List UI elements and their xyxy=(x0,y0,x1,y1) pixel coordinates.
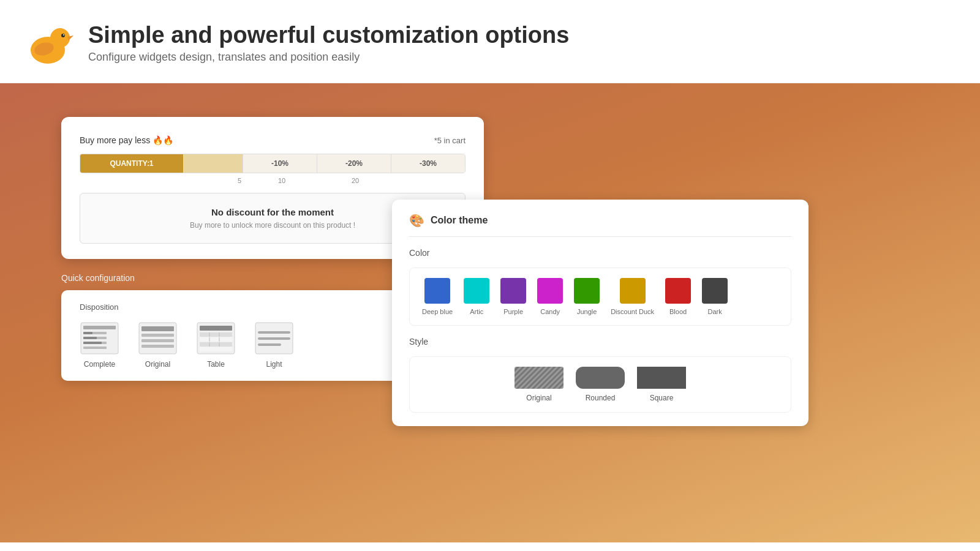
swatch-artic xyxy=(464,278,489,304)
complete-icon xyxy=(80,321,119,355)
svg-point-1 xyxy=(50,28,70,48)
style-original[interactable]: Original xyxy=(514,367,564,402)
svg-rect-11 xyxy=(83,337,97,339)
label-10: 10 xyxy=(245,177,318,184)
style-original-label: Original xyxy=(526,394,551,402)
color-name-deep-blue: Deep blue xyxy=(422,308,453,315)
disposition-card: Disposition Complete xyxy=(61,290,404,381)
svg-rect-16 xyxy=(141,326,174,331)
svg-rect-21 xyxy=(200,326,232,331)
svg-rect-35 xyxy=(258,343,281,346)
widget-header: Buy more pay less 🔥🔥 *5 in cart xyxy=(80,135,466,145)
style-square-icon xyxy=(637,367,686,389)
color-name-jungle: Jungle xyxy=(577,308,597,315)
swatch-purple xyxy=(500,278,526,304)
svg-point-4 xyxy=(61,34,65,37)
main-area: Buy more pay less 🔥🔥 *5 in cart QUANTITY… xyxy=(0,83,980,542)
discount-bar: QUANTITY:1 -10% -20% -30% xyxy=(80,154,466,173)
svg-rect-31 xyxy=(200,347,232,351)
disposition-options: Complete Original xyxy=(80,321,386,369)
segment-10: -10% xyxy=(243,154,317,173)
disposition-light[interactable]: Light xyxy=(254,321,294,369)
svg-rect-38 xyxy=(514,367,564,389)
table-icon xyxy=(196,321,236,355)
svg-rect-19 xyxy=(141,345,174,348)
svg-rect-39 xyxy=(576,367,625,389)
color-dark[interactable]: Dark xyxy=(702,278,728,315)
header-text: Simple and powerful customization option… xyxy=(88,22,569,64)
svg-rect-13 xyxy=(83,342,102,344)
svg-rect-34 xyxy=(258,337,290,340)
swatch-jungle xyxy=(574,278,600,304)
table-label: Table xyxy=(207,360,225,369)
svg-rect-18 xyxy=(141,339,174,342)
segment-20: -20% xyxy=(317,154,391,173)
swatch-deep-blue xyxy=(424,278,450,304)
segment-qty xyxy=(184,154,243,173)
color-name-blood: Blood xyxy=(669,308,687,315)
palette-icon: 🎨 xyxy=(409,213,424,228)
page-subtitle: Configure widgets design, translates and… xyxy=(88,51,569,64)
original-icon xyxy=(138,321,178,355)
style-options: Original Rounded Square xyxy=(409,356,791,413)
disposition-complete[interactable]: Complete xyxy=(80,321,119,369)
svg-rect-17 xyxy=(141,334,174,337)
disposition-label: Disposition xyxy=(80,302,386,312)
style-section-label: Style xyxy=(409,337,791,347)
svg-rect-22 xyxy=(200,332,232,337)
buy-more-label: Buy more pay less 🔥🔥 xyxy=(80,135,173,145)
svg-rect-33 xyxy=(258,331,290,334)
color-discount-duck[interactable]: Discount Duck xyxy=(611,278,654,315)
color-name-candy: Candy xyxy=(540,308,560,315)
style-square[interactable]: Square xyxy=(637,367,686,402)
original-label: Original xyxy=(145,360,170,369)
bar-labels: 5 10 20 xyxy=(80,177,466,190)
style-section: Style Original xyxy=(409,337,791,413)
svg-rect-14 xyxy=(83,347,107,349)
swatch-blood xyxy=(665,278,691,304)
light-label: Light xyxy=(266,360,282,369)
color-artic[interactable]: Artic xyxy=(464,278,489,315)
quick-config: Quick configuration Disposition xyxy=(61,273,404,381)
color-theme-title: Color theme xyxy=(431,215,488,226)
segment-quantity: QUANTITY:1 xyxy=(80,154,184,173)
quick-config-title: Quick configuration xyxy=(61,273,404,283)
svg-rect-25 xyxy=(200,337,232,342)
cart-info: *5 in cart xyxy=(434,136,466,145)
color-blood[interactable]: Blood xyxy=(665,278,691,315)
logo-duck-icon xyxy=(24,18,74,67)
color-options: Deep blue Artic Purple Candy Jungle xyxy=(409,268,791,326)
color-jungle[interactable]: Jungle xyxy=(574,278,600,315)
svg-point-5 xyxy=(63,34,64,36)
swatch-discount-duck xyxy=(620,278,646,304)
color-name-dark: Dark xyxy=(707,308,722,315)
page-header: Simple and powerful customization option… xyxy=(0,0,980,83)
color-theme-header: 🎨 Color theme xyxy=(409,213,791,237)
color-candy[interactable]: Candy xyxy=(537,278,563,315)
style-rounded[interactable]: Rounded xyxy=(576,367,625,402)
disposition-table[interactable]: Table xyxy=(196,321,236,369)
color-theme-card: 🎨 Color theme Color Deep blue Artic Purp… xyxy=(392,200,809,426)
light-icon xyxy=(254,321,294,355)
color-section-label: Color xyxy=(409,248,791,258)
color-name-artic: Artic xyxy=(470,308,483,315)
label-5: 5 xyxy=(183,177,245,184)
complete-label: Complete xyxy=(84,360,115,369)
page-title: Simple and powerful customization option… xyxy=(88,22,569,48)
svg-rect-28 xyxy=(200,342,232,347)
disposition-original[interactable]: Original xyxy=(138,321,178,369)
svg-rect-7 xyxy=(83,326,116,329)
style-rounded-icon xyxy=(576,367,625,389)
svg-rect-9 xyxy=(83,332,92,334)
color-name-purple: Purple xyxy=(503,308,523,315)
style-square-label: Square xyxy=(650,394,674,402)
swatch-candy xyxy=(537,278,563,304)
label-20: 20 xyxy=(318,177,392,184)
color-purple[interactable]: Purple xyxy=(500,278,526,315)
svg-rect-40 xyxy=(637,367,686,389)
style-original-icon xyxy=(514,367,564,389)
color-deep-blue[interactable]: Deep blue xyxy=(422,278,453,315)
swatch-dark xyxy=(702,278,728,304)
style-rounded-label: Rounded xyxy=(586,394,616,402)
segment-30: -30% xyxy=(391,154,465,173)
